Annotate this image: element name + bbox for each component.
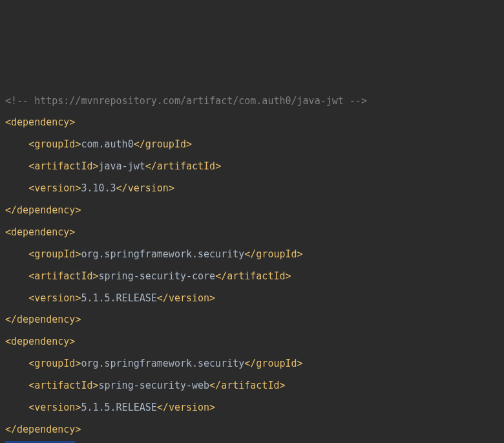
- artifactId-line: <artifactId>java-jwt</artifactId>: [5, 156, 499, 178]
- dependency-close-tag: </dependency>: [5, 309, 499, 331]
- dependency-open-tag: <dependency>: [5, 222, 499, 244]
- version-line: <version>3.10.3</version>: [5, 178, 499, 200]
- groupId-line: <groupId>org.springframework.security</g…: [5, 244, 499, 266]
- groupId-line: <groupId>org.springframework.security</g…: [5, 353, 499, 375]
- xml-comment: <!-- https://mvnrepository.com/artifact/…: [5, 91, 499, 113]
- dependency-close-tag: </dependency>: [5, 200, 499, 222]
- groupId-line: <groupId>com.auth0</groupId>: [5, 134, 499, 156]
- artifactId-line: <artifactId>spring-security-web</artifac…: [5, 375, 499, 397]
- artifactId-line: <artifactId>spring-security-core</artifa…: [5, 266, 499, 288]
- version-line: <version>5.1.5.RELEASE</version>: [5, 288, 499, 310]
- dependency-open-tag: <dependency>: [5, 331, 499, 353]
- version-line: <version>5.1.5.RELEASE</version>: [5, 397, 499, 419]
- dependency-close-tag: </dependency>: [5, 419, 499, 441]
- code-editor[interactable]: <!-- https://mvnrepository.com/artifact/…: [5, 91, 499, 443]
- dependency-open-tag: <dependency>: [5, 112, 499, 134]
